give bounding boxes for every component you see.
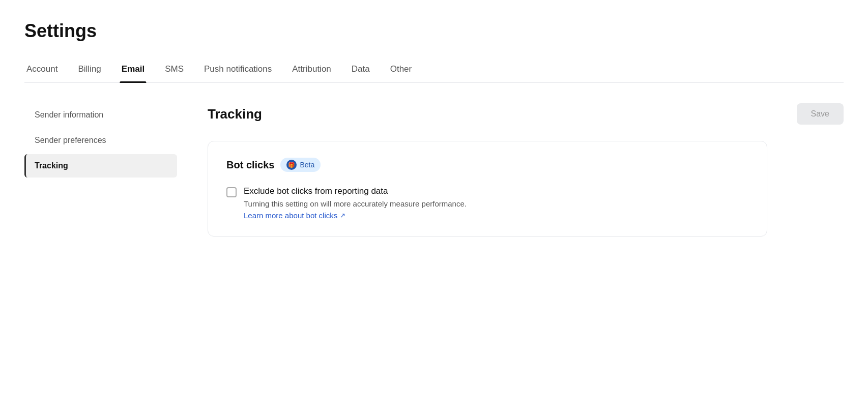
- beta-icon: 🎁: [286, 160, 297, 170]
- sidebar: Sender information Sender preferences Tr…: [24, 103, 187, 237]
- sidebar-item-tracking[interactable]: Tracking: [24, 154, 177, 178]
- sidebar-item-sender-preferences[interactable]: Sender preferences: [24, 129, 177, 152]
- tracking-card: Bot clicks 🎁 Beta Exclude bot clicks fro…: [208, 141, 767, 237]
- learn-more-text: Learn more about bot clicks: [244, 211, 337, 220]
- tab-other[interactable]: Other: [380, 58, 422, 82]
- tab-email[interactable]: Email: [111, 58, 155, 82]
- bot-clicks-title: Bot clicks: [226, 159, 274, 171]
- save-button[interactable]: Save: [797, 103, 844, 125]
- beta-badge: 🎁 Beta: [280, 158, 321, 172]
- beta-label: Beta: [300, 161, 314, 169]
- content-area: Sender information Sender preferences Tr…: [24, 83, 844, 237]
- section-header: Tracking Save: [208, 103, 844, 125]
- section-title: Tracking: [208, 106, 262, 122]
- sidebar-item-sender-information[interactable]: Sender information: [24, 103, 177, 127]
- tab-data[interactable]: Data: [341, 58, 380, 82]
- learn-more-link[interactable]: Learn more about bot clicks ↗: [244, 211, 467, 220]
- card-section-title: Bot clicks 🎁 Beta: [226, 158, 748, 172]
- tab-push-notifications[interactable]: Push notifications: [194, 58, 282, 82]
- tabs-navigation: Account Billing Email SMS Push notificat…: [24, 58, 844, 83]
- external-link-icon: ↗: [340, 212, 345, 219]
- page-title: Settings: [24, 20, 844, 42]
- checkbox-content: Exclude bot clicks from reporting data T…: [244, 186, 467, 220]
- tab-sms[interactable]: SMS: [155, 58, 194, 82]
- page-container: Settings Account Billing Email SMS Push …: [0, 0, 868, 237]
- tab-billing[interactable]: Billing: [68, 58, 111, 82]
- exclude-bot-clicks-checkbox[interactable]: [226, 187, 237, 197]
- checkbox-label: Exclude bot clicks from reporting data: [244, 186, 467, 196]
- tab-attribution[interactable]: Attribution: [282, 58, 341, 82]
- tab-account[interactable]: Account: [24, 58, 68, 82]
- checkbox-description: Turning this setting on will more accura…: [244, 199, 467, 208]
- main-content: Tracking Save Bot clicks 🎁 Beta Exclude …: [187, 103, 844, 237]
- exclude-bot-clicks-row: Exclude bot clicks from reporting data T…: [226, 186, 748, 220]
